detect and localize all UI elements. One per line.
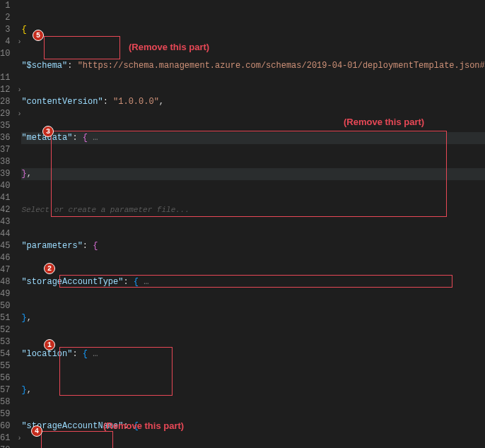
code-editor: 1234101112282935363738394041424344454647… [0,0,485,448]
marker-2: 2 [44,263,55,274]
annotation-remove-3: (Remove this part) [103,420,184,431]
marker-4: 4 [31,425,42,437]
param-hint[interactable]: Select or create a parameter file... [21,204,189,216]
code-area[interactable]: { "$schema": "https://schema.management.… [21,0,485,448]
annotation-remove-1: (Remove this part) [129,42,209,52]
marker-1: 1 [44,339,55,350]
marker-5: 5 [33,30,44,41]
annotation-remove-2: (Remove this part) [344,117,424,127]
marker-3: 3 [42,126,54,137]
line-number-gutter: 1234101112282935363738394041424344454647… [0,0,17,448]
